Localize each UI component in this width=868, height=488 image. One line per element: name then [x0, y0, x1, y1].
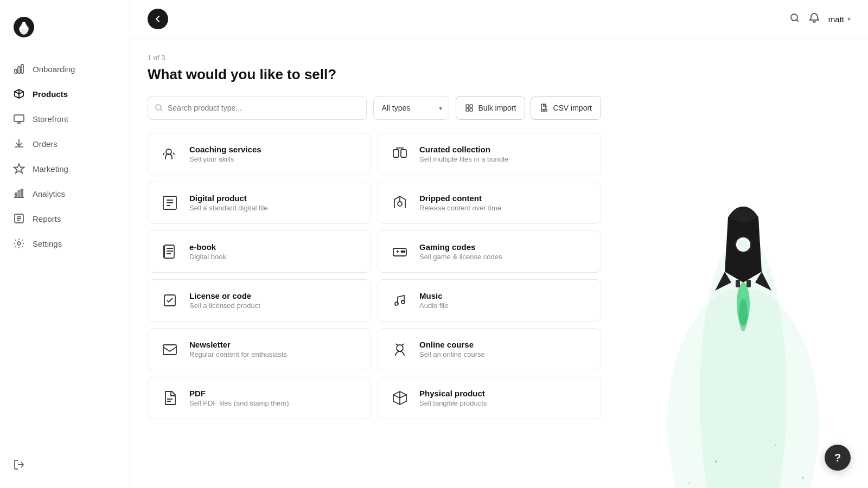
filter-select[interactable]: All types Digital Physical Service: [373, 96, 449, 120]
svg-rect-13: [21, 189, 23, 197]
sidebar-item-analytics[interactable]: Analytics: [0, 181, 130, 206]
newsletter-icon: [159, 338, 181, 360]
product-title-curated: Curated collection: [419, 145, 508, 154]
product-card-pdf[interactable]: PDF Sell PDF files (and stamp them): [148, 377, 371, 419]
svg-rect-28: [164, 245, 174, 258]
svg-rect-12: [18, 191, 20, 197]
filter-select-wrap: All types Digital Physical Service ▾: [373, 96, 449, 120]
search-icon: [155, 104, 163, 112]
svg-point-55: [738, 239, 749, 250]
svg-point-54: [736, 237, 751, 252]
svg-rect-29: [163, 246, 164, 257]
sidebar-item-marketing[interactable]: Marketing: [0, 156, 130, 181]
step-label: 1 of 3: [148, 54, 601, 62]
sidebar-item-onboarding[interactable]: Onboarding: [0, 56, 130, 81]
sidebar-item-reports[interactable]: Reports: [0, 206, 130, 231]
svg-point-32: [404, 251, 405, 253]
product-title-coaching: Coaching services: [189, 145, 261, 154]
product-card-music[interactable]: Music Audio file: [378, 279, 601, 322]
ebook-icon: [159, 241, 181, 262]
sidebar-item-products[interactable]: Products: [0, 81, 130, 106]
collection-icon: [389, 143, 411, 165]
notification-button[interactable]: [809, 12, 820, 26]
sidebar-item-storefront[interactable]: Storefront: [0, 106, 130, 131]
product-card-newsletter[interactable]: Newsletter Regular content for enthusias…: [148, 328, 371, 370]
sidebar-item-settings[interactable]: Settings: [0, 231, 130, 256]
product-title-physical: Physical product: [419, 389, 487, 398]
sidebar-item-products-label: Products: [33, 89, 68, 99]
product-card-gaming[interactable]: Gaming codes Sell game & license codes: [378, 230, 601, 273]
svg-point-45: [715, 460, 717, 463]
user-menu[interactable]: matt ▾: [828, 15, 851, 24]
product-card-physical[interactable]: Physical product Sell tangible products: [378, 377, 601, 419]
svg-rect-19: [470, 105, 473, 107]
sidebar: Onboarding Products Storefront Orders Ma…: [0, 0, 130, 488]
svg-point-39: [667, 288, 819, 488]
import-buttons: Bulk import CSV import: [456, 96, 601, 120]
sidebar-item-marketing-label: Marketing: [33, 164, 68, 174]
svg-rect-7: [18, 67, 20, 73]
svg-point-17: [156, 105, 161, 110]
product-title-pdf: PDF: [189, 389, 289, 398]
back-button[interactable]: [148, 9, 168, 29]
svg-rect-8: [21, 65, 23, 73]
product-card-digital[interactable]: Digital product Sell a standard digital …: [148, 182, 371, 224]
box-icon: [13, 88, 25, 100]
csv-import-button[interactable]: CSV import: [531, 96, 601, 120]
product-title-dripped: Dripped content: [419, 194, 501, 203]
product-desc-music: Audio file: [419, 301, 448, 310]
search-row: All types Digital Physical Service ▾ Bul…: [148, 96, 601, 120]
help-button[interactable]: ?: [825, 445, 851, 471]
product-card-license[interactable]: License or code Sell a licensed product: [148, 279, 371, 322]
product-desc-gaming: Sell game & license codes: [419, 253, 502, 261]
product-card-curated[interactable]: Curated collection Sell multiple files i…: [378, 133, 601, 175]
bulk-import-label: Bulk import: [478, 104, 516, 112]
svg-rect-20: [466, 108, 469, 111]
sidebar-item-exit[interactable]: [0, 452, 130, 477]
product-desc-newsletter: Regular content for enthusiasts: [189, 350, 287, 358]
product-card-coaching[interactable]: Coaching services Sell your skills: [148, 133, 371, 175]
svg-point-47: [688, 483, 690, 484]
svg-rect-9: [14, 115, 24, 121]
svg-point-46: [775, 445, 777, 446]
coaching-icon: [159, 143, 181, 165]
list-icon: [13, 213, 25, 224]
product-title-music: Music: [419, 291, 448, 300]
search-input[interactable]: [168, 104, 360, 112]
product-card-online-course[interactable]: Online course Sell an online course: [378, 328, 601, 370]
product-grid: Coaching services Sell your skills Curat…: [148, 133, 601, 419]
product-desc-course: Sell an online course: [419, 350, 485, 358]
product-desc-pdf: Sell PDF files (and stamp them): [189, 399, 289, 407]
svg-rect-25: [401, 150, 406, 157]
download-icon: [13, 138, 25, 150]
course-icon: [389, 338, 411, 360]
sidebar-item-orders[interactable]: Orders: [0, 131, 130, 156]
svg-rect-57: [746, 280, 751, 287]
svg-rect-18: [466, 105, 469, 107]
product-card-ebook[interactable]: e-book Digital book: [148, 230, 371, 273]
topbar: matt ▾: [130, 0, 868, 38]
product-desc-digital: Sell a standard digital file: [189, 204, 268, 212]
svg-point-31: [401, 251, 403, 253]
product-desc-curated: Sell multiple files in a bundle: [419, 155, 508, 163]
search-input-wrap: [148, 96, 367, 120]
svg-point-53: [739, 299, 748, 331]
exit-icon: [13, 459, 25, 471]
product-desc-license: Sell a licensed product: [189, 301, 260, 310]
product-title-ebook: e-book: [189, 242, 226, 252]
sidebar-item-orders-label: Orders: [33, 139, 58, 149]
product-card-dripped[interactable]: Dripped content Release content over tim…: [378, 182, 601, 224]
svg-rect-11: [15, 193, 17, 197]
product-desc-ebook: Digital book: [189, 253, 226, 261]
dripped-icon: [389, 192, 411, 214]
csv-import-label: CSV import: [553, 104, 592, 112]
topbar-right: matt ▾: [789, 12, 851, 26]
chevron-down-icon: ▾: [847, 15, 851, 23]
product-desc-dripped: Release content over time: [419, 204, 501, 212]
chart-icon: [13, 63, 25, 75]
music-icon: [389, 290, 411, 311]
search-button[interactable]: [789, 12, 800, 26]
bulk-import-button[interactable]: Bulk import: [456, 96, 525, 120]
gaming-icon: [389, 241, 411, 262]
product-title-digital: Digital product: [189, 194, 268, 203]
